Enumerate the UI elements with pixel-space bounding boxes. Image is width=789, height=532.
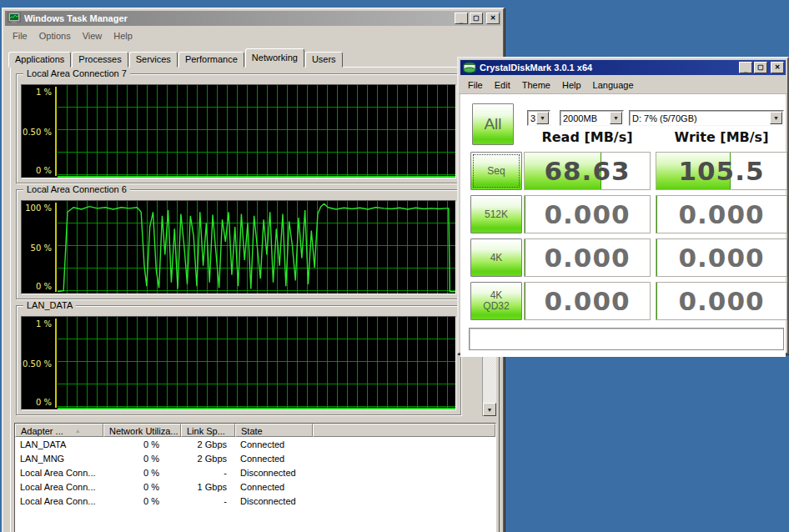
crystaldiskmark-window: CrystalDiskMark 3.0.1 x64 _ ▢ ✕ File Edi… bbox=[457, 57, 789, 354]
task-manager-window: Windows Task Manager _ ▢ ✕ File Options … bbox=[2, 8, 505, 532]
graph-group-lac6: Local Area Connection 6 100 % 50 % 0 % bbox=[16, 189, 461, 299]
networking-tab-panel: Local Area Connection 7 1 % 0.50 % 0 % L… bbox=[10, 67, 500, 532]
table-row[interactable]: Local Area Conn...0 %-Disconnected bbox=[15, 465, 495, 479]
column-header-state[interactable]: State bbox=[235, 424, 313, 437]
task-manager-tabs: Applications Processes Services Performa… bbox=[3, 48, 503, 68]
menu-options[interactable]: Options bbox=[33, 29, 77, 43]
task-manager-menubar: File Options View Help bbox=[3, 28, 503, 44]
column-header-utilization[interactable]: Network Utiliza... bbox=[103, 424, 181, 437]
menu-theme[interactable]: Theme bbox=[516, 78, 556, 92]
4k-write-value: 0.000 bbox=[656, 238, 787, 277]
4k-qd32-write-value: 0.000 bbox=[656, 282, 787, 320]
maximize-button[interactable]: ▢ bbox=[754, 62, 767, 73]
menu-view[interactable]: View bbox=[77, 29, 108, 43]
task-manager-title: Windows Task Manager bbox=[24, 13, 455, 23]
chevron-down-icon[interactable]: ▼ bbox=[536, 112, 549, 124]
read-column-header: Read [MB/s] bbox=[524, 129, 651, 145]
graph-grid bbox=[58, 85, 455, 178]
chevron-down-icon[interactable]: ▼ bbox=[770, 112, 782, 124]
test-count-select[interactable]: 3 ▼ bbox=[527, 110, 550, 126]
close-button[interactable]: ✕ bbox=[486, 13, 500, 24]
menu-help[interactable]: Help bbox=[556, 78, 587, 92]
tab-users[interactable]: Users bbox=[305, 52, 343, 68]
crystaldiskmark-menubar: File Edit Theme Help Language bbox=[459, 77, 787, 94]
scroll-down-button[interactable]: ▼ bbox=[483, 403, 496, 416]
crystaldiskmark-titlebar[interactable]: CrystalDiskMark 3.0.1 x64 _ ▢ ✕ bbox=[460, 60, 786, 75]
maximize-button[interactable]: ▢ bbox=[470, 13, 483, 24]
512k-read-value: 0.000 bbox=[524, 195, 651, 233]
4k-read-value: 0.000 bbox=[524, 238, 651, 277]
tab-processes[interactable]: Processes bbox=[72, 52, 128, 68]
y-axis-labels: 1 % 0.50 % 0 % bbox=[22, 85, 53, 178]
tab-applications[interactable]: Applications bbox=[8, 52, 71, 68]
crystaldiskmark-title: CrystalDiskMark 3.0.1 x64 bbox=[480, 63, 739, 73]
y-axis-line bbox=[55, 319, 57, 408]
network-graph-lan-data: 1 % 0.50 % 0 % bbox=[21, 316, 456, 410]
table-row[interactable]: Local Area Conn...0 %1 GbpsConnected bbox=[15, 479, 495, 494]
crystaldiskmark-client: All 3 ▼ 2000MB ▼ D: 7% (5/70GB) ▼ Read [… bbox=[460, 94, 786, 357]
table-row[interactable]: Local Area Conn...0 %-Disconnected bbox=[15, 494, 495, 508]
tab-networking[interactable]: Networking bbox=[245, 48, 304, 68]
4k-test-button[interactable]: 4K bbox=[470, 238, 522, 277]
y-axis-line bbox=[55, 203, 57, 292]
seq-write-value: 105.5 bbox=[656, 152, 787, 190]
close-button[interactable]: ✕ bbox=[771, 62, 784, 73]
graph-group-lan-data: LAN_DATA 1 % 0.50 % 0 % bbox=[16, 305, 461, 415]
network-graph-lac7: 1 % 0.50 % 0 % bbox=[21, 84, 456, 178]
4k-qd32-test-button[interactable]: 4KQD32 bbox=[470, 282, 522, 320]
tab-services[interactable]: Services bbox=[129, 52, 178, 68]
drive-select[interactable]: D: 7% (5/70GB) ▼ bbox=[629, 110, 784, 126]
column-header-link-speed[interactable]: Link Sp... bbox=[181, 424, 235, 437]
comment-input[interactable] bbox=[469, 328, 784, 350]
menu-file[interactable]: File bbox=[462, 78, 489, 92]
minimize-button[interactable]: _ bbox=[455, 13, 468, 24]
column-header-adapter[interactable]: Adapter ...▲ bbox=[15, 424, 103, 437]
table-row[interactable]: LAN_DATA0 %2 GbpsConnected bbox=[15, 437, 495, 451]
512k-write-value: 0.000 bbox=[656, 195, 787, 233]
minimize-button[interactable]: _ bbox=[739, 62, 752, 73]
graph-title: Local Area Connection 6 bbox=[23, 184, 130, 194]
menu-file[interactable]: File bbox=[7, 29, 33, 43]
menu-language[interactable]: Language bbox=[587, 78, 640, 92]
graph-title: LAN_DATA bbox=[23, 300, 76, 310]
y-axis-line bbox=[55, 87, 57, 176]
task-manager-icon bbox=[8, 13, 21, 24]
crystaldiskmark-icon bbox=[463, 62, 476, 73]
seq-read-value: 68.63 bbox=[524, 152, 651, 190]
task-manager-titlebar[interactable]: Windows Task Manager _ ▢ ✕ bbox=[5, 11, 501, 26]
desktop: Windows Task Manager _ ▢ ✕ File Options … bbox=[0, 0, 789, 532]
menu-edit[interactable]: Edit bbox=[489, 78, 516, 92]
all-test-button[interactable]: All bbox=[472, 103, 514, 145]
tab-performance[interactable]: Performance bbox=[178, 52, 244, 68]
column-header-filler bbox=[313, 424, 495, 437]
seq-test-button[interactable]: Seq bbox=[470, 152, 522, 190]
write-column-header: Write [MB/s] bbox=[656, 129, 787, 145]
512k-test-button[interactable]: 512K bbox=[470, 195, 522, 233]
sort-ascending-icon: ▲ bbox=[75, 428, 81, 434]
y-axis-labels: 1 % 0.50 % 0 % bbox=[22, 317, 53, 409]
graph-grid bbox=[58, 201, 455, 294]
graph-group-lac7: Local Area Connection 7 1 % 0.50 % 0 % bbox=[16, 73, 461, 183]
y-axis-labels: 100 % 50 % 0 % bbox=[22, 201, 53, 294]
graph-title: Local Area Connection 7 bbox=[23, 68, 130, 78]
network-graph-lac6: 100 % 50 % 0 % bbox=[21, 200, 456, 294]
graph-grid bbox=[58, 317, 455, 409]
adapter-table-header: Adapter ...▲ Network Utiliza... Link Sp.… bbox=[15, 424, 495, 437]
test-size-select[interactable]: 2000MB ▼ bbox=[560, 110, 624, 126]
adapter-table: Adapter ...▲ Network Utiliza... Link Sp.… bbox=[14, 423, 496, 532]
chevron-down-icon[interactable]: ▼ bbox=[610, 112, 622, 124]
4k-qd32-read-value: 0.000 bbox=[524, 282, 651, 320]
table-row[interactable]: LAN_MNG0 %2 GbpsConnected bbox=[15, 451, 495, 465]
menu-help[interactable]: Help bbox=[108, 29, 138, 43]
